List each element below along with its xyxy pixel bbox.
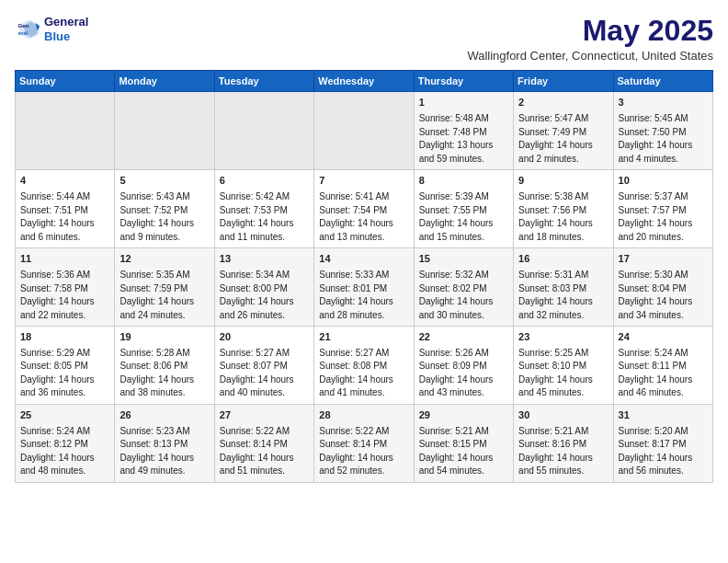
- calendar-cell: 20Sunrise: 5:27 AMSunset: 8:07 PMDayligh…: [214, 327, 313, 405]
- calendar-cell: 31Sunrise: 5:20 AMSunset: 8:17 PMDayligh…: [613, 404, 712, 482]
- sunset-time: Sunset: 7:59 PM: [119, 282, 209, 296]
- sunrise-time: Sunrise: 5:30 AM: [619, 269, 708, 282]
- calendar-cell: 13Sunrise: 5:34 AMSunset: 8:00 PMDayligh…: [214, 248, 313, 327]
- daylight-hours: Daylight: 13 hours and 59 minutes.: [419, 139, 508, 166]
- sunset-time: Sunset: 7:57 PM: [619, 204, 708, 218]
- sunrise-time: Sunrise: 5:34 AM: [220, 269, 309, 282]
- calendar-cell: 4Sunrise: 5:44 AMSunset: 7:51 PMDaylight…: [16, 170, 115, 248]
- calendar-cell: 27Sunrise: 5:22 AMSunset: 8:14 PMDayligh…: [214, 404, 313, 482]
- sunset-time: Sunset: 8:14 PM: [319, 438, 408, 452]
- week-row-5: 25Sunrise: 5:24 AMSunset: 8:12 PMDayligh…: [16, 404, 713, 482]
- calendar-cell: 14Sunrise: 5:33 AMSunset: 8:01 PMDayligh…: [314, 248, 414, 327]
- sunset-time: Sunset: 8:11 PM: [619, 360, 708, 373]
- daylight-hours: Daylight: 14 hours and 49 minutes.: [119, 452, 209, 478]
- calendar-cell: 24Sunrise: 5:24 AMSunset: 8:11 PMDayligh…: [613, 327, 712, 405]
- sunset-time: Sunset: 7:54 PM: [319, 204, 408, 218]
- svg-text:eral: eral: [18, 29, 28, 36]
- sunrise-time: Sunrise: 5:22 AM: [319, 425, 408, 439]
- sunset-time: Sunset: 8:14 PM: [220, 438, 309, 452]
- daylight-hours: Daylight: 14 hours and 40 minutes.: [220, 373, 309, 400]
- day-number: 31: [619, 408, 708, 423]
- sunset-time: Sunset: 8:05 PM: [20, 360, 109, 373]
- header-day-monday: Monday: [115, 71, 214, 92]
- sunset-time: Sunset: 8:13 PM: [119, 438, 209, 452]
- day-number: 3: [619, 96, 708, 110]
- sunset-time: Sunset: 7:52 PM: [119, 204, 209, 218]
- calendar-cell: 17Sunrise: 5:30 AMSunset: 8:04 PMDayligh…: [613, 248, 712, 327]
- sunset-time: Sunset: 8:03 PM: [518, 282, 608, 296]
- sunset-time: Sunset: 8:07 PM: [220, 360, 309, 373]
- calendar-cell: 7Sunrise: 5:41 AMSunset: 7:54 PMDaylight…: [314, 170, 414, 248]
- sunset-time: Sunset: 7:51 PM: [20, 204, 109, 218]
- daylight-hours: Daylight: 14 hours and 6 minutes.: [20, 217, 109, 244]
- calendar-cell: 3Sunrise: 5:45 AMSunset: 7:50 PMDaylight…: [613, 92, 712, 170]
- daylight-hours: Daylight: 14 hours and 26 minutes.: [220, 295, 309, 322]
- day-number: 9: [518, 174, 608, 189]
- calendar-cell: 28Sunrise: 5:22 AMSunset: 8:14 PMDayligh…: [314, 404, 414, 482]
- sunset-time: Sunset: 8:16 PM: [518, 438, 608, 452]
- calendar-cell: 8Sunrise: 5:39 AMSunset: 7:55 PMDaylight…: [414, 170, 513, 248]
- week-row-4: 18Sunrise: 5:29 AMSunset: 8:05 PMDayligh…: [16, 327, 713, 405]
- daylight-hours: Daylight: 14 hours and 32 minutes.: [518, 295, 608, 322]
- daylight-hours: Daylight: 14 hours and 45 minutes.: [518, 373, 608, 400]
- day-number: 30: [518, 408, 608, 423]
- daylight-hours: Daylight: 14 hours and 15 minutes.: [419, 217, 508, 244]
- day-number: 2: [518, 96, 608, 110]
- header-row: SundayMondayTuesdayWednesdayThursdayFrid…: [16, 71, 713, 92]
- sunset-time: Sunset: 8:04 PM: [619, 282, 708, 296]
- calendar-cell: 2Sunrise: 5:47 AMSunset: 7:49 PMDaylight…: [514, 92, 613, 170]
- daylight-hours: Daylight: 14 hours and 28 minutes.: [319, 295, 408, 322]
- sunrise-time: Sunrise: 5:44 AM: [20, 190, 109, 204]
- sunset-time: Sunset: 8:12 PM: [20, 438, 109, 452]
- sunrise-time: Sunrise: 5:36 AM: [20, 269, 109, 282]
- calendar-cell: 9Sunrise: 5:38 AMSunset: 7:56 PMDaylight…: [514, 170, 613, 248]
- calendar-cell: 18Sunrise: 5:29 AMSunset: 8:05 PMDayligh…: [16, 327, 115, 405]
- sunrise-time: Sunrise: 5:38 AM: [518, 190, 608, 204]
- sunrise-time: Sunrise: 5:41 AM: [319, 190, 408, 204]
- day-number: 6: [220, 174, 309, 189]
- daylight-hours: Daylight: 14 hours and 43 minutes.: [419, 373, 508, 400]
- sunrise-time: Sunrise: 5:28 AM: [119, 347, 209, 361]
- calendar-cell: 30Sunrise: 5:21 AMSunset: 8:16 PMDayligh…: [514, 404, 613, 482]
- day-number: 14: [319, 252, 408, 267]
- calendar-cell: 5Sunrise: 5:43 AMSunset: 7:52 PMDaylight…: [115, 170, 214, 248]
- daylight-hours: Daylight: 14 hours and 2 minutes.: [518, 139, 608, 166]
- sunrise-time: Sunrise: 5:25 AM: [518, 347, 608, 361]
- day-number: 29: [419, 408, 508, 423]
- calendar-cell: [115, 92, 214, 170]
- calendar-cell: 29Sunrise: 5:21 AMSunset: 8:15 PMDayligh…: [414, 404, 513, 482]
- daylight-hours: Daylight: 14 hours and 41 minutes.: [319, 373, 408, 400]
- day-number: 8: [419, 174, 508, 189]
- day-number: 23: [518, 330, 608, 345]
- sunset-time: Sunset: 7:53 PM: [220, 204, 309, 218]
- sunrise-time: Sunrise: 5:21 AM: [518, 425, 608, 439]
- sunrise-time: Sunrise: 5:39 AM: [419, 190, 508, 204]
- week-row-3: 11Sunrise: 5:36 AMSunset: 7:58 PMDayligh…: [16, 248, 713, 327]
- sunset-time: Sunset: 8:09 PM: [419, 360, 508, 373]
- calendar-cell: [214, 92, 313, 170]
- calendar-cell: 10Sunrise: 5:37 AMSunset: 7:57 PMDayligh…: [613, 170, 712, 248]
- calendar-cell: 23Sunrise: 5:25 AMSunset: 8:10 PMDayligh…: [514, 327, 613, 405]
- sunset-time: Sunset: 8:17 PM: [619, 438, 708, 452]
- sunset-time: Sunset: 8:10 PM: [518, 360, 608, 373]
- calendar-cell: 6Sunrise: 5:42 AMSunset: 7:53 PMDaylight…: [214, 170, 313, 248]
- day-number: 25: [20, 408, 109, 423]
- sunrise-time: Sunrise: 5:20 AM: [619, 425, 708, 439]
- day-number: 4: [20, 174, 109, 189]
- sunrise-time: Sunrise: 5:43 AM: [119, 190, 209, 204]
- sunrise-time: Sunrise: 5:32 AM: [419, 269, 508, 282]
- day-number: 1: [419, 96, 508, 110]
- sunrise-time: Sunrise: 5:29 AM: [20, 347, 109, 361]
- calendar-cell: 16Sunrise: 5:31 AMSunset: 8:03 PMDayligh…: [514, 248, 613, 327]
- day-number: 13: [220, 252, 309, 267]
- page-header: Gen eral General Blue May 2025 Wallingfo…: [15, 15, 713, 63]
- daylight-hours: Daylight: 14 hours and 52 minutes.: [319, 452, 408, 478]
- location-title: Wallingford Center, Connecticut, United …: [467, 49, 713, 63]
- sunrise-time: Sunrise: 5:24 AM: [20, 425, 109, 439]
- sunset-time: Sunset: 8:15 PM: [419, 438, 508, 452]
- daylight-hours: Daylight: 14 hours and 51 minutes.: [220, 452, 309, 478]
- calendar-body: 1Sunrise: 5:48 AMSunset: 7:48 PMDaylight…: [16, 92, 713, 483]
- sunrise-time: Sunrise: 5:21 AM: [419, 425, 508, 439]
- sunrise-time: Sunrise: 5:27 AM: [319, 347, 408, 361]
- svg-text:Gen: Gen: [18, 22, 29, 29]
